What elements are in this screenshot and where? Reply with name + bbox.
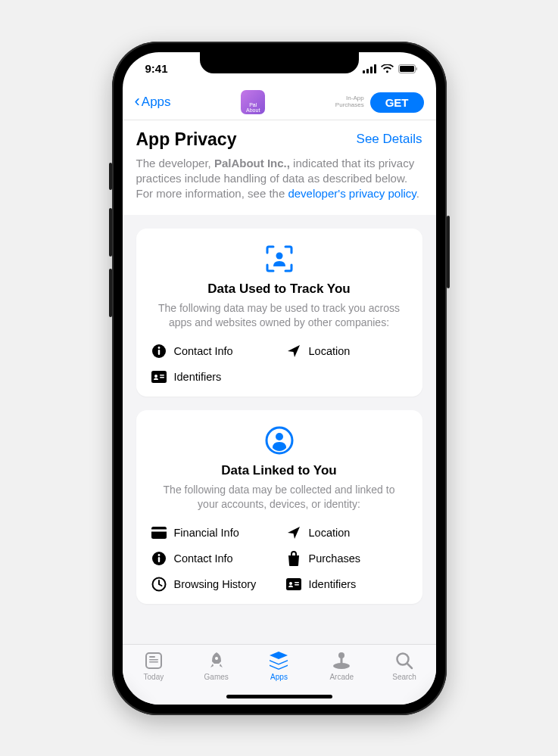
svg-point-34 <box>338 652 344 658</box>
card-linked-items: Financial Info Location Contact Info <box>151 525 407 592</box>
track-icon <box>151 244 407 274</box>
card-track-items: Contact Info Location Identifiers <box>151 344 407 384</box>
svg-rect-28 <box>149 656 155 658</box>
item-label: Browsing History <box>174 578 257 590</box>
svg-rect-13 <box>160 375 164 376</box>
privacy-policy-link[interactable]: developer's privacy policy <box>288 187 416 200</box>
status-icons <box>363 64 418 73</box>
header-block: App Privacy See Details The developer, P… <box>123 120 436 216</box>
card-track-title: Data Used to Track You <box>151 282 407 297</box>
svg-rect-17 <box>151 527 167 539</box>
svg-rect-1 <box>366 69 369 73</box>
item-browsing-history: Browsing History <box>151 577 273 592</box>
tab-arcade[interactable]: Arcade <box>310 651 373 681</box>
back-label: Apps <box>142 95 171 110</box>
tab-label: Games <box>204 673 229 681</box>
info-icon <box>151 344 167 359</box>
item-label: Financial Info <box>174 527 239 539</box>
svg-rect-18 <box>151 529 167 531</box>
svg-rect-30 <box>149 661 158 663</box>
today-icon <box>144 651 164 670</box>
bag-icon <box>286 551 301 566</box>
privacy-cards: Data Used to Track You The following dat… <box>123 229 436 604</box>
svg-point-7 <box>276 253 282 260</box>
volume-up <box>109 208 112 257</box>
chevron-left-icon: ‹ <box>135 92 140 111</box>
item-label: Identifiers <box>309 578 357 590</box>
mute-switch <box>109 163 112 190</box>
item-label: Contact Info <box>174 345 233 357</box>
tab-label: Apps <box>270 673 288 681</box>
content-area[interactable]: App Privacy See Details The developer, P… <box>123 120 436 644</box>
clock-icon <box>151 577 167 592</box>
svg-point-24 <box>289 582 292 585</box>
svg-rect-26 <box>295 584 299 586</box>
nav-bar: ‹ Apps Pal About In-App Purchases GET <box>123 86 436 120</box>
svg-rect-9 <box>157 350 159 355</box>
app-chip[interactable]: Pal About <box>241 90 265 114</box>
item-contact-info: Contact Info <box>151 344 273 359</box>
arcade-icon <box>332 651 351 670</box>
tab-label: Today <box>144 673 164 681</box>
page-title: App Privacy <box>136 129 237 150</box>
svg-rect-2 <box>370 67 373 73</box>
svg-rect-27 <box>146 653 161 668</box>
svg-rect-23 <box>286 578 301 590</box>
card-track: Data Used to Track You The following dat… <box>136 229 422 397</box>
svg-rect-20 <box>157 557 159 562</box>
stack-icon <box>268 651 289 670</box>
svg-rect-3 <box>374 64 376 73</box>
desc-pre: The developer, <box>136 157 214 170</box>
svg-rect-29 <box>149 659 158 661</box>
svg-point-21 <box>157 554 160 556</box>
item-label: Location <box>309 345 351 357</box>
tab-label: Search <box>392 673 416 681</box>
location-icon <box>286 525 301 540</box>
svg-rect-0 <box>363 70 365 73</box>
svg-line-36 <box>407 664 412 668</box>
developer-name: PalAbout Inc., <box>214 157 290 170</box>
tab-today[interactable]: Today <box>123 651 185 681</box>
volume-down <box>109 269 112 317</box>
svg-rect-11 <box>151 371 167 383</box>
tab-games[interactable]: Games <box>185 651 248 681</box>
svg-point-16 <box>276 433 283 440</box>
tab-apps[interactable]: Apps <box>248 651 310 681</box>
item-label: Identifiers <box>174 371 222 383</box>
app-chip-label: Pal About <box>246 102 260 113</box>
svg-point-31 <box>215 657 218 660</box>
wifi-icon <box>381 64 394 73</box>
location-icon <box>286 344 301 359</box>
card-linked: Data Linked to You The following data ma… <box>136 410 422 604</box>
item-location: Location <box>286 344 407 359</box>
get-button[interactable]: GET <box>370 92 424 113</box>
info-icon <box>151 551 167 566</box>
home-indicator[interactable] <box>226 695 332 698</box>
item-label: Contact Info <box>174 552 233 565</box>
svg-rect-14 <box>160 377 164 378</box>
screen: 9:41 ‹ Apps Pal About <box>123 52 436 705</box>
status-time: 9:41 <box>145 62 168 75</box>
iap-line2: Purchases <box>335 102 364 109</box>
svg-rect-5 <box>400 66 414 72</box>
id-icon <box>151 369 167 384</box>
back-button[interactable]: ‹ Apps <box>135 93 171 111</box>
item-identifiers: Identifiers <box>151 369 273 384</box>
linked-icon <box>151 425 407 456</box>
see-details-link[interactable]: See Details <box>357 132 422 147</box>
svg-rect-6 <box>416 67 417 70</box>
svg-point-10 <box>157 347 160 349</box>
cellular-icon <box>363 64 376 73</box>
battery-icon <box>398 64 418 73</box>
card-track-desc: The following data may be used to track … <box>151 301 407 330</box>
power-button <box>447 216 450 288</box>
phone-frame: 9:41 ‹ Apps Pal About <box>112 42 447 715</box>
item-identifiers: Identifiers <box>286 577 407 592</box>
search-icon <box>394 651 414 670</box>
item-contact-info: Contact Info <box>151 551 273 566</box>
svg-rect-25 <box>295 582 299 583</box>
card-linked-desc: The following data may be collected and … <box>151 483 407 512</box>
nav-right: In-App Purchases GET <box>335 92 424 113</box>
tab-search[interactable]: Search <box>373 651 436 681</box>
item-purchases: Purchases <box>286 551 407 566</box>
